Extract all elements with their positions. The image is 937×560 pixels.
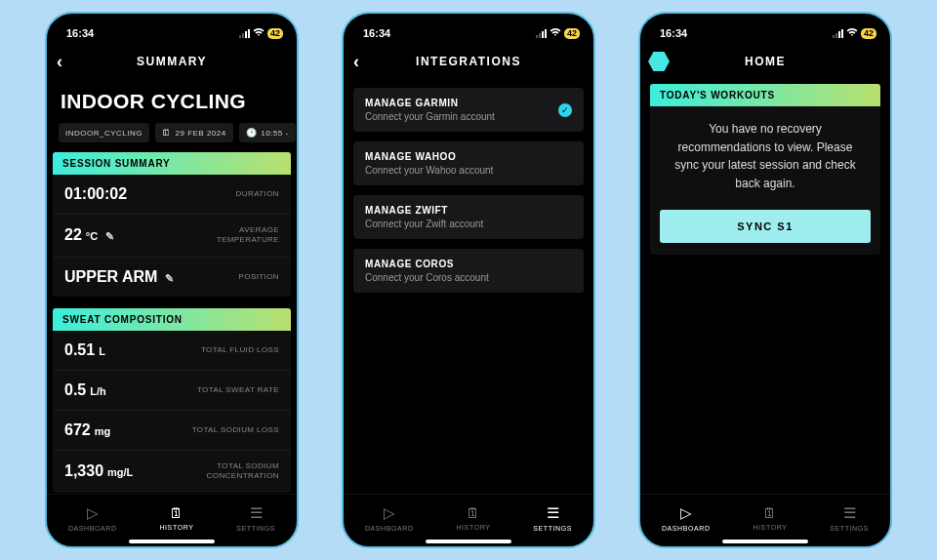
calendar-icon: 🗓 [162, 128, 172, 138]
header-title: SUMMARY [137, 55, 207, 68]
status-bar: 16:34 42 [640, 14, 890, 47]
nav-header: HOME [640, 47, 890, 76]
sliders-icon: ☰ [547, 504, 559, 522]
tab-history[interactable]: 🗓HISTORY [159, 504, 193, 531]
integration-garmin[interactable]: MANAGE GARMIN Connect your Garmin accoun… [353, 88, 584, 132]
status-bar: 16:34 42 [47, 14, 297, 47]
empty-state-message: You have no recovery recommendations to … [650, 106, 880, 206]
sliders-icon: ☰ [250, 504, 263, 522]
play-circle-icon: ▷ [384, 504, 395, 522]
battery-icon: 42 [267, 28, 283, 39]
home-indicator[interactable] [129, 540, 215, 543]
status-time: 16:34 [66, 27, 94, 39]
section-header-session: SESSION SUMMARY [53, 152, 291, 175]
nav-header: ‹ SUMMARY [47, 47, 297, 76]
metric-sodium-concentration: 1,330mg/L TOTAL SODIUM CONCENTRATION [53, 451, 291, 493]
tab-settings[interactable]: ☰SETTINGS [533, 504, 572, 532]
header-title: HOME [745, 55, 786, 68]
phone-summary: 16:34 42 ‹ SUMMARY INDOOR CYCLING INDOOR… [45, 12, 299, 548]
metric-sweat-rate: 0.5L/h TOTAL SWEAT RATE [53, 371, 291, 411]
edit-icon[interactable]: ✎ [165, 272, 174, 285]
header-title: INTEGRATIONS [416, 55, 521, 68]
integration-zwift[interactable]: MANAGE ZWIFT Connect your Zwift account [353, 195, 584, 239]
todays-workouts-card: TODAY'S WORKOUTS You have no recovery re… [650, 84, 880, 255]
calendar-icon: 🗓 [466, 504, 480, 521]
tab-settings[interactable]: ☰SETTINGS [830, 504, 869, 532]
phone-home: 16:34 42 HOME TODAY'S WORKOUTS You have … [638, 12, 892, 548]
sync-button[interactable]: SYNC S1 [660, 210, 871, 243]
status-bar: 16:34 42 [344, 14, 593, 47]
play-circle-icon: ▷ [680, 504, 692, 522]
wifi-icon [846, 27, 858, 39]
metric-position[interactable]: UPPER ARM✎ POSITION [53, 258, 291, 297]
battery-icon: 42 [564, 28, 580, 39]
sliders-icon: ☰ [843, 504, 856, 522]
card-header: TODAY'S WORKOUTS [650, 84, 880, 106]
tab-history[interactable]: 🗓HISTORY [456, 504, 490, 531]
page-title: INDOOR CYCLING [53, 76, 291, 123]
metric-duration: 01:00:02 DURATION [53, 175, 291, 215]
metric-temperature[interactable]: 22°C✎ AVERAGE TEMPERATURE [53, 215, 291, 258]
phone-integrations: 16:34 42 ‹ INTEGRATIONS MANAGE GARMIN Co… [342, 12, 595, 548]
clock-icon: 🕑 [246, 128, 258, 138]
wifi-icon [253, 27, 265, 39]
tab-bar: ▷DASHBOARD 🗓HISTORY ☰SETTINGS [344, 494, 593, 546]
chip-date: 🗓29 FEB 2024 [155, 123, 233, 142]
session-summary-card: 01:00:02 DURATION 22°C✎ AVERAGE TEMPERAT… [53, 175, 291, 297]
tab-bar: ▷DASHBOARD 🗓HISTORY ☰SETTINGS [640, 494, 890, 546]
status-time: 16:34 [660, 27, 687, 39]
back-button[interactable]: ‹ [353, 52, 361, 72]
status-time: 16:34 [363, 27, 390, 39]
sweat-composition-card: 0.51L TOTAL FLUID LOSS 0.5L/h TOTAL SWEA… [53, 331, 291, 493]
chip-time: 🕑10:55 - [239, 123, 296, 142]
tab-history[interactable]: 🗓HISTORY [753, 504, 787, 531]
metric-fluid-loss: 0.51L TOTAL FLUID LOSS [53, 331, 291, 371]
tab-dashboard[interactable]: ▷DASHBOARD [365, 504, 414, 532]
calendar-icon: 🗓 [762, 504, 777, 521]
integration-wahoo[interactable]: MANAGE WAHOO Connect your Wahoo account [353, 141, 584, 185]
home-indicator[interactable] [426, 540, 511, 543]
app-logo-icon [648, 52, 670, 71]
back-button[interactable]: ‹ [57, 52, 64, 72]
wifi-icon [550, 27, 561, 39]
nav-header: ‹ INTEGRATIONS [344, 47, 593, 76]
tab-settings[interactable]: ☰SETTINGS [236, 504, 275, 532]
play-circle-icon: ▷ [87, 504, 99, 522]
signal-icon [239, 29, 250, 38]
signal-icon [536, 29, 547, 38]
calendar-icon: 🗓 [169, 504, 183, 521]
tab-dashboard[interactable]: ▷DASHBOARD [662, 504, 711, 532]
home-indicator[interactable] [722, 540, 808, 543]
battery-icon: 42 [861, 28, 876, 39]
section-header-sweat: SWEAT COMPOSITION [53, 308, 291, 331]
metric-sodium-loss: 672mg TOTAL SODIUM LOSS [53, 411, 291, 451]
tab-dashboard[interactable]: ▷DASHBOARD [68, 504, 117, 532]
signal-icon [833, 29, 843, 38]
integration-coros[interactable]: MANAGE COROS Connect your Coros account [353, 249, 584, 293]
chip-activity-type: INDOOR_CYCLING [59, 123, 149, 142]
tab-bar: ▷DASHBOARD 🗓HISTORY ☰SETTINGS [47, 494, 297, 546]
check-icon: ✓ [558, 103, 572, 117]
edit-icon[interactable]: ✎ [105, 230, 114, 243]
